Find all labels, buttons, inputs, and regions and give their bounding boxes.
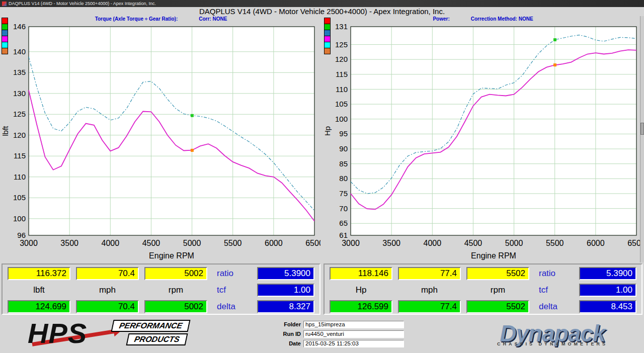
ratio-label: ratio [535, 269, 574, 279]
torque-chart-header: Torque (Axle Torque ÷ Gear Ratio): Corr:… [2, 16, 320, 24]
svg-text:6000: 6000 [265, 239, 283, 247]
footer: HPS PERFORMANCE PRODUCTS Folder hps_15im… [0, 315, 644, 353]
dynapack-logo: Dynapack CHASSIS DYNAMOMETERS [497, 321, 608, 346]
svg-text:146: 146 [13, 24, 26, 31]
speed-peak-value: 77.4 [398, 300, 461, 313]
titlebar[interactable]: DAQPLUS V14 (4WD - Motor Vehicle 2500+40… [0, 0, 644, 7]
svg-text:115: 115 [336, 70, 348, 78]
svg-text:Engine RPM: Engine RPM [471, 251, 516, 260]
svg-text:3000: 3000 [20, 239, 38, 247]
svg-text:100: 100 [13, 214, 26, 223]
ratio-label: ratio [213, 269, 252, 279]
dynapack-sub-label: CHASSIS DYNAMOMETERS [497, 341, 608, 346]
torque-legend [2, 18, 8, 54]
power-live-value: 118.146 [330, 267, 392, 280]
svg-text:140: 140 [13, 47, 26, 56]
date-field[interactable]: 2015-03-25 11:25:03 [303, 340, 404, 347]
hps-logo: HPS PERFORMANCE PRODUCTS [28, 318, 214, 350]
power-chart-plot[interactable]: 3000350040004500500055006000650061657075… [324, 24, 642, 263]
svg-text:96: 96 [17, 231, 26, 239]
power-peak-value: 126.599 [330, 300, 392, 313]
power-chart-header: Power: Correction Method: NONE [324, 16, 642, 24]
svg-text:4000: 4000 [423, 239, 441, 247]
page-title: DAQPLUS V14 (4WD - Motor Vehicle 2500+40… [0, 7, 644, 16]
svg-text:65: 65 [339, 219, 348, 227]
rpm-unit-label: rpm [144, 285, 207, 295]
power-chart-title: Power: [433, 16, 449, 24]
svg-text:125: 125 [335, 40, 348, 49]
run-info-form: Folder hps_15impreza Run ID ru4450_ventu… [277, 321, 404, 347]
svg-text:100: 100 [335, 115, 348, 123]
app-icon [2, 2, 7, 6]
right-scrollbar-thumb[interactable] [640, 123, 644, 135]
svg-text:3000: 3000 [342, 239, 360, 247]
svg-text:5000: 5000 [183, 239, 201, 247]
svg-text:3500: 3500 [60, 239, 78, 247]
svg-text:5000: 5000 [505, 239, 523, 247]
power-chart-section: Power: Correction Method: NONE 300035004… [324, 16, 642, 263]
torque-corr-label: Corr: NONE [199, 16, 227, 24]
rpm-peak-value: 5002 [144, 300, 207, 313]
delta-label: delta [535, 302, 574, 312]
svg-text:3500: 3500 [382, 239, 400, 247]
folder-label: Folder [277, 321, 301, 327]
svg-text:lbft: lbft [2, 126, 10, 136]
folder-field[interactable]: hps_15impreza [303, 321, 404, 328]
rpm-unit-label: rpm [466, 285, 529, 295]
delta-label: delta [213, 302, 252, 312]
svg-text:4500: 4500 [142, 239, 160, 247]
svg-text:6500: 6500 [305, 239, 320, 247]
hps-performance-label: PERFORMANCE [111, 320, 190, 332]
legend-swatch [2, 48, 8, 54]
svg-text:85: 85 [339, 159, 348, 168]
rpm-peak-value: 5502 [466, 300, 529, 313]
svg-text:4500: 4500 [464, 239, 482, 247]
svg-text:4000: 4000 [101, 239, 119, 247]
tcf-value: 1.00 [257, 284, 314, 297]
torque-unit-label: lbft [8, 285, 70, 295]
delta-value: 8.453 [579, 300, 636, 313]
svg-text:90: 90 [339, 144, 348, 153]
svg-text:105: 105 [335, 100, 348, 108]
svg-text:95: 95 [339, 129, 348, 138]
torque-chart-section: Torque (Axle Torque ÷ Gear Ratio): Corr:… [2, 16, 320, 263]
speed-live-value: 70.4 [76, 267, 139, 280]
ratio-value: 5.3900 [257, 267, 314, 280]
svg-text:5500: 5500 [546, 239, 564, 247]
right-scrollbar[interactable] [640, 16, 644, 262]
rpm-live-value: 5002 [144, 267, 207, 280]
speed-unit-label: mph [76, 285, 139, 295]
run-id-label: Run ID [277, 331, 301, 337]
svg-text:130: 130 [13, 89, 26, 98]
svg-text:125: 125 [13, 110, 26, 118]
delta-value: 8.327 [257, 300, 314, 313]
run-id-field[interactable]: ru4450_venturi [303, 330, 404, 338]
svg-text:131: 131 [335, 24, 348, 31]
readout-panels: 116.372 70.4 5002 ratio 5.3900 lbft mph … [0, 263, 644, 315]
torque-readout-panel: 116.372 70.4 5002 ratio 5.3900 lbft mph … [2, 263, 320, 315]
titlebar-title: DAQPLUS V14 (4WD - Motor Vehicle 2500+40… [9, 1, 156, 6]
torque-live-value: 116.372 [8, 267, 70, 280]
svg-text:105: 105 [13, 193, 26, 202]
charts-area: Torque (Axle Torque ÷ Gear Ratio): Corr:… [0, 16, 644, 263]
svg-text:Hp: Hp [324, 126, 332, 136]
svg-text:110: 110 [336, 85, 348, 94]
power-corr-label: Correction Method: NONE [471, 16, 533, 24]
power-unit-label: Hp [330, 285, 392, 295]
date-label: Date [277, 340, 301, 346]
tcf-label: tcf [213, 285, 252, 295]
legend-swatch [324, 48, 331, 54]
svg-text:120: 120 [13, 131, 26, 139]
torque-chart-plot[interactable]: 3000350040004500500055006000650096100105… [2, 24, 320, 263]
ratio-value: 5.3900 [579, 267, 636, 280]
svg-text:Engine RPM: Engine RPM [149, 251, 194, 260]
hps-products-label: PRODUCTS [126, 333, 188, 345]
svg-text:5500: 5500 [224, 239, 242, 247]
speed-unit-label: mph [398, 285, 461, 295]
speed-peak-value: 70.4 [76, 300, 139, 313]
svg-text:75: 75 [339, 189, 348, 198]
svg-text:80: 80 [339, 174, 348, 183]
torque-chart-title: Torque (Axle Torque ÷ Gear Ratio): [95, 16, 178, 24]
app-window: DAQPLUS V14 (4WD - Motor Vehicle 2500+40… [0, 0, 644, 353]
torque-peak-value: 124.699 [8, 300, 70, 313]
